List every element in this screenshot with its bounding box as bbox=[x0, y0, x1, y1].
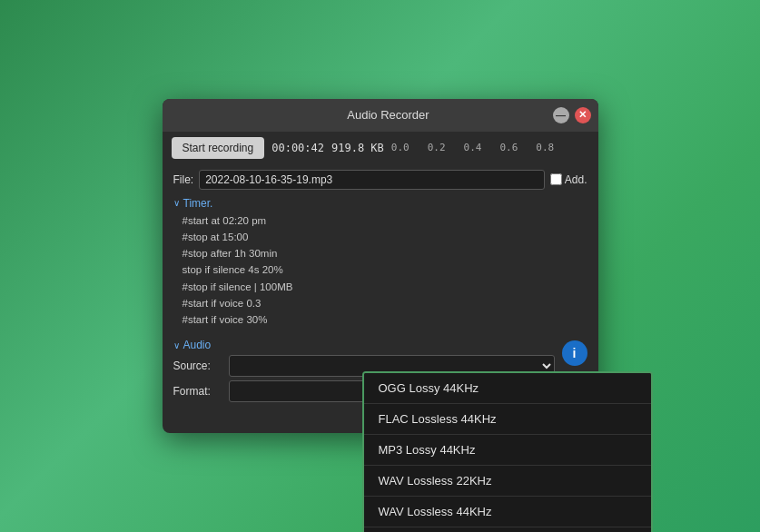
file-size-display: 919.8 KB bbox=[331, 142, 384, 154]
window-controls: — ✕ bbox=[553, 107, 591, 123]
source-label: Source: bbox=[173, 360, 223, 372]
minimize-button[interactable]: — bbox=[553, 107, 569, 123]
dropdown-item[interactable]: OGG Lossy 44KHz bbox=[364, 373, 651, 403]
audio-section-header[interactable]: ∨ Audio bbox=[173, 339, 555, 351]
toolbar: Start recording 00:00:42 919.8 KB 0.0 0.… bbox=[163, 132, 598, 164]
level-3: 0.6 bbox=[499, 142, 518, 153]
level-labels: 0.0 0.2 0.4 0.6 0.8 bbox=[391, 142, 554, 153]
dropdown-item[interactable]: WAV Lossless 44KHz bbox=[364, 497, 651, 527]
timer-option: #start at 02:20 pm bbox=[183, 213, 587, 229]
timer-option: stop if silence 4s 20% bbox=[183, 262, 587, 278]
timer-section-header[interactable]: ∨ Timer. bbox=[173, 197, 587, 210]
audio-chevron-icon: ∨ bbox=[173, 340, 180, 350]
audio-header-text: Audio bbox=[183, 339, 212, 351]
timer-options: #start at 02:20 pm#stop at 15:00#stop af… bbox=[173, 213, 587, 329]
timer-option: #stop if silence | 100MB bbox=[183, 280, 587, 295]
timer-chevron-icon: ∨ bbox=[173, 198, 180, 208]
timer-option: #start if voice 0.3 bbox=[183, 296, 587, 311]
file-input[interactable] bbox=[199, 170, 545, 190]
add-checkbox[interactable] bbox=[550, 173, 562, 185]
add-file-label[interactable]: Add. bbox=[550, 173, 587, 186]
file-row: File: Add. bbox=[173, 170, 587, 190]
dropdown-item[interactable]: FLAC Lossless 44KHz bbox=[364, 404, 651, 434]
dropdown-item[interactable]: WAV Lossless 22KHz bbox=[364, 466, 651, 496]
level-4: 0.8 bbox=[536, 142, 554, 153]
titlebar: Audio Recorder — ✕ bbox=[163, 99, 598, 132]
add-label-text: Add. bbox=[565, 173, 587, 186]
timer-option: #stop after 1h 30min bbox=[183, 246, 587, 261]
dropdown-item[interactable]: OPUS Mono Lossy 16KHz bbox=[364, 527, 651, 532]
format-label: Format: bbox=[173, 385, 223, 398]
dropdown-item[interactable]: MP3 Lossy 44KHz bbox=[364, 435, 651, 465]
timer-option: #start if voice 30% bbox=[183, 312, 587, 328]
level-0: 0.0 bbox=[391, 142, 410, 153]
timer-display: 00:00:42 bbox=[271, 142, 324, 154]
content-area: File: Add. ∨ Timer. #start at 02:20 pm#s… bbox=[163, 164, 598, 340]
window-title: Audio Recorder bbox=[224, 108, 553, 122]
level-1: 0.2 bbox=[428, 142, 446, 153]
format-dropdown: OGG Lossy 44KHzFLAC Lossless 44KHzMP3 Lo… bbox=[362, 371, 653, 532]
timer-option: #stop at 15:00 bbox=[183, 230, 587, 245]
info-button[interactable]: i bbox=[562, 340, 587, 366]
file-label: File: bbox=[173, 173, 194, 186]
close-button[interactable]: ✕ bbox=[575, 107, 591, 123]
start-recording-button[interactable]: Start recording bbox=[172, 137, 265, 159]
timer-header-text: Timer. bbox=[183, 197, 213, 210]
timer-section: ∨ Timer. #start at 02:20 pm#stop at 15:0… bbox=[173, 197, 587, 329]
level-2: 0.4 bbox=[464, 142, 482, 153]
audio-recorder-window: Audio Recorder — ✕ Start recording 00:00… bbox=[163, 99, 598, 434]
